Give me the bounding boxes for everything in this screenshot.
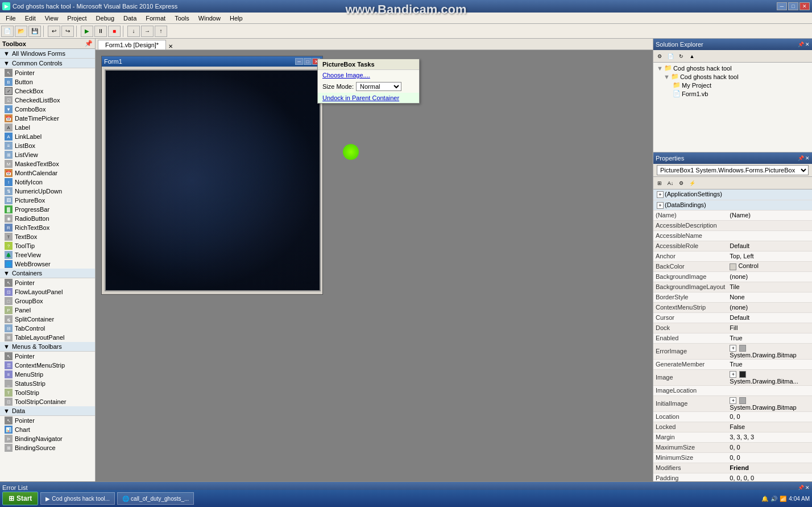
toolbox-item-bindingsource[interactable]: ⊞ BindingSource	[0, 443, 95, 452]
start-button[interactable]: ⊞ Start	[2, 492, 38, 505]
tab-close-icon[interactable]: ✕	[168, 43, 173, 50]
choose-image-link[interactable]: Choose Image....	[322, 72, 370, 79]
prop-close-icon[interactable]: ✕	[805, 155, 810, 161]
toolbox-item-picturebox[interactable]: 🖼 PictureBox	[0, 196, 95, 205]
tab-form1-design[interactable]: Form1.vb [Design]*	[98, 40, 166, 50]
prop-row-name[interactable]: (Name) (Name)	[653, 210, 812, 220]
se-collapse-btn[interactable]: ▲	[687, 51, 697, 61]
prop-row-location[interactable]: Location 0, 0	[653, 411, 812, 422]
toolbox-item-notifyicon[interactable]: ! NotifyIcon	[0, 178, 95, 187]
toolbar-stop[interactable]: ■	[108, 26, 121, 37]
toolbox-section-data[interactable]: ▼ Data	[0, 406, 95, 416]
menu-view[interactable]: View	[40, 14, 63, 23]
toolbar-step-into[interactable]: ↓	[127, 26, 140, 37]
toolbox-section-common-controls[interactable]: ▼ Common Controls	[0, 59, 95, 68]
toolbar-undo[interactable]: ↩	[48, 26, 60, 37]
se-pin-icon[interactable]: 📌	[798, 42, 804, 47]
tree-form1-vb[interactable]: 📄 Form1.vb	[654, 89, 811, 98]
toolbox-item-groupbox[interactable]: □ GroupBox	[0, 296, 95, 306]
toolbox-item-linklabel[interactable]: A LinkLabel	[0, 132, 95, 141]
toolbox-item-numericupdown[interactable]: ⇅ NumericUpDown	[0, 187, 95, 196]
toolbox-item-pointer[interactable]: ↖ Pointer	[0, 68, 95, 77]
prop-row-bgimagelayout[interactable]: BackgroundImageLayout Tile	[653, 282, 812, 292]
prop-row-minsize[interactable]: MinimumSize 0, 0	[653, 452, 812, 463]
toolbox-item-button[interactable]: B Button	[0, 77, 95, 86]
form-maximize-btn[interactable]: □	[304, 58, 312, 65]
prop-row-cursor[interactable]: Cursor Default	[653, 312, 812, 323]
toolbox-section-all-windows-forms[interactable]: ▼ All Windows Forms	[0, 49, 95, 59]
menu-data[interactable]: Data	[119, 14, 141, 23]
toolbox-item-label[interactable]: A Label	[0, 123, 95, 132]
toolbox-item-listbox[interactable]: ≡ ListBox	[0, 141, 95, 150]
prop-row-locked[interactable]: Locked False	[653, 422, 812, 432]
taskbar-app-vb[interactable]: ▶ Cod ghosts hack tool...	[40, 492, 115, 505]
toolbox-item-radiobutton[interactable]: ◉ RadioButton	[0, 214, 95, 223]
menu-help[interactable]: Help	[225, 14, 247, 23]
toolbox-item-bindingnavigator[interactable]: ⊳ BindingNavigator	[0, 434, 95, 443]
pb-size-mode-select[interactable]: Normal	[356, 82, 401, 91]
prop-row-errorimage[interactable]: ErrorImage + System.Drawing.Bitmap	[653, 343, 812, 359]
prop-row-anchor[interactable]: Anchor Top, Left	[653, 251, 812, 261]
taskbar-app-cod[interactable]: 🌐 call_of_duty_ghosts_...	[117, 492, 194, 505]
toolbox-item-tablelayoutpanel[interactable]: ⊞ TableLayoutPanel	[0, 333, 95, 342]
se-refresh-btn[interactable]: ↻	[676, 51, 686, 61]
toolbar-step-out[interactable]: ↑	[155, 26, 167, 37]
se-properties-btn[interactable]: ⚙	[654, 51, 665, 61]
prop-categorized-btn[interactable]: ⊞	[654, 178, 665, 188]
prop-alphabetical-btn[interactable]: A↓	[665, 178, 676, 188]
toolbox-item-pointer-data[interactable]: ↖ Pointer	[0, 416, 95, 425]
appsettings-expand[interactable]: +	[657, 191, 664, 198]
close-button[interactable]: ✕	[799, 2, 810, 10]
prop-events-btn[interactable]: ⚡	[687, 178, 697, 188]
prop-row-image[interactable]: Image + System.Drawing.Bitma...	[653, 369, 812, 385]
prop-row-generatemember[interactable]: GenerateMember True	[653, 359, 812, 369]
menu-format[interactable]: Format	[141, 14, 170, 23]
prop-row-initialimage[interactable]: InitialImage + System.Drawing.Bitmap	[653, 395, 812, 411]
prop-row-backcolor[interactable]: BackColor Control	[653, 261, 812, 271]
toolbox-item-panel[interactable]: P Panel	[0, 306, 95, 315]
prop-row-margin[interactable]: Margin 3, 3, 3, 3	[653, 432, 812, 442]
toolbox-item-pointer-menus[interactable]: ↖ Pointer	[0, 352, 95, 361]
toolbar-new[interactable]: 📄	[1, 26, 14, 37]
toolbox-item-maskedtextbox[interactable]: M MaskedTextBox	[0, 159, 95, 168]
toolbar-pause[interactable]: ⏸	[94, 26, 107, 37]
toolbox-item-combobox[interactable]: ▼ ComboBox	[0, 105, 95, 114]
toolbar-save[interactable]: 💾	[28, 26, 41, 37]
prop-row-padding[interactable]: Padding 0, 0, 0, 0	[653, 473, 812, 481]
toolbox-item-menustrip[interactable]: ≡ MenuStrip	[0, 370, 95, 379]
prop-properties-btn[interactable]: ⚙	[676, 178, 686, 188]
prop-row-maxsize[interactable]: MaximumSize 0, 0	[653, 442, 812, 452]
se-show-files-btn[interactable]: 📄	[665, 51, 676, 61]
toolbox-item-progressbar[interactable]: ▓ ProgressBar	[0, 205, 95, 214]
toolbox-item-datetimepicker[interactable]: 📅 DateTimePicker	[0, 114, 95, 123]
menu-project[interactable]: Project	[63, 14, 91, 23]
toolbox-pin[interactable]: 📌	[85, 40, 93, 47]
prop-row-enabled[interactable]: Enabled True	[653, 333, 812, 343]
toolbox-item-checkbox[interactable]: ✓ CheckBox	[0, 86, 95, 96]
toolbar-run[interactable]: ▶	[81, 26, 93, 37]
maximize-button[interactable]: □	[788, 2, 798, 10]
properties-object-select[interactable]: PictureBox1 System.Windows.Forms.Picture…	[657, 165, 809, 175]
toolbox-item-statusstrip[interactable]: _ StatusStrip	[0, 379, 95, 388]
picturebox[interactable]	[105, 69, 321, 291]
prop-pin-icon[interactable]: 📌	[798, 155, 804, 161]
menu-tools[interactable]: Tools	[170, 14, 194, 23]
form-minimize-btn[interactable]: ─	[295, 58, 303, 65]
prop-row-dock[interactable]: Dock Fill	[653, 323, 812, 333]
toolbar-redo[interactable]: ↪	[61, 26, 74, 37]
pb-tasks-undock[interactable]: Undock in Parent Container	[318, 93, 419, 103]
prop-row-accessible-role[interactable]: AccessibleRole Default	[653, 241, 812, 251]
prop-row-contextmenustrip[interactable]: ContextMenuStrip (none)	[653, 302, 812, 312]
prop-row-backgroundimage[interactable]: BackgroundImage (none)	[653, 271, 812, 282]
toolbox-item-toolstripcontainer[interactable]: ⊡ ToolStripContainer	[0, 397, 95, 406]
toolbox-section-containers[interactable]: ▼ Containers	[0, 269, 95, 278]
toolbox-item-chart[interactable]: 📊 Chart	[0, 425, 95, 434]
prop-row-modifiers[interactable]: Modifiers Friend	[653, 463, 812, 473]
toolbox-item-toolstrip[interactable]: T ToolStrip	[0, 388, 95, 397]
initialimage-expand[interactable]: +	[730, 397, 736, 404]
menu-file[interactable]: File	[1, 14, 20, 23]
errorimage-expand[interactable]: +	[730, 345, 736, 352]
se-close-icon[interactable]: ✕	[805, 42, 810, 47]
toolbox-item-tabcontrol[interactable]: ⊟ TabControl	[0, 324, 95, 333]
toolbar-open[interactable]: 📂	[15, 26, 27, 37]
